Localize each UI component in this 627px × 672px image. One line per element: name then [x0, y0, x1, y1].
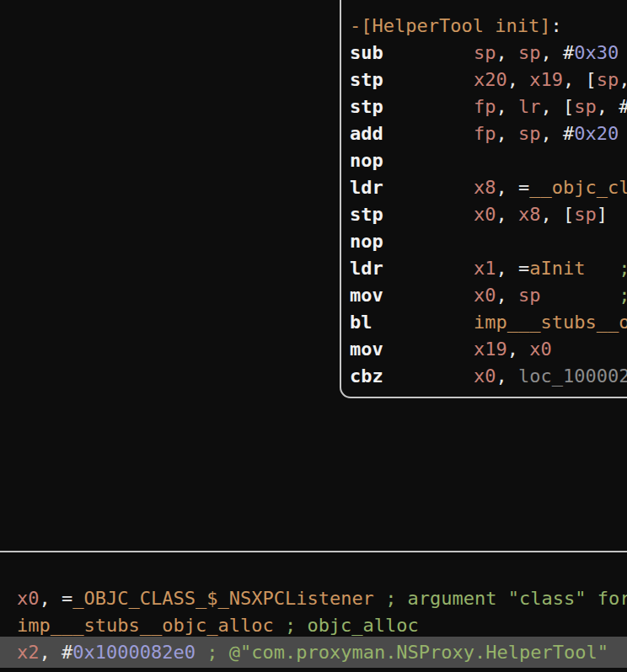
asm-line[interactable]: cbzx0, loc_100002: [350, 363, 627, 390]
token-reg: sp: [574, 204, 597, 225]
asm-line[interactable]: nop: [350, 147, 627, 174]
token-reg: x19: [529, 69, 563, 90]
token-pun: [: [563, 96, 574, 117]
token-reg: fp: [474, 123, 496, 144]
procedure-block-lines: -[HelperTool init]:subsp, sp, #0x30stpx2…: [350, 13, 627, 390]
asm-line[interactable]: movx0, sp ;: [350, 282, 627, 309]
mnemonic: stp: [350, 93, 474, 120]
token-sym: imp___stubs__objc_alloc: [17, 615, 274, 636]
token-reg: x20: [474, 69, 507, 90]
token-pun: ,: [496, 42, 519, 63]
mnemonic: stp: [350, 67, 474, 93]
token-reg: x0: [529, 339, 552, 360]
token-pun: :: [550, 15, 561, 36]
asm-line[interactable]: stpx20, x19, [sp,: [350, 67, 627, 93]
token-pun: ,: [496, 204, 519, 225]
procedure-block: -[HelperTool init]:subsp, sp, #0x30stpx2…: [340, 0, 627, 398]
token-reg: x0: [17, 588, 40, 609]
token-reg: x19: [474, 339, 507, 360]
token-pun: ,: [541, 42, 564, 63]
token-pun: #: [619, 96, 627, 117]
token-reg: sp: [518, 285, 541, 306]
token-pun: [274, 615, 285, 636]
token-cmt: ; @"com.proxyman.NSProxy.HelperTool": [206, 642, 608, 663]
token-sym: aInit: [529, 258, 585, 279]
mnemonic: ldr: [350, 255, 474, 282]
token-pun: ,: [541, 123, 564, 144]
mnemonic: nop: [350, 147, 474, 174]
asm-line[interactable]: stpfp, lr, [sp, #: [350, 93, 627, 120]
token-pun: [: [563, 204, 574, 225]
token-pun: =: [518, 258, 529, 279]
token-cmt: ;: [619, 258, 627, 279]
mnemonic: mov: [350, 336, 474, 363]
token-pun: [374, 588, 385, 609]
disassembly-view: { "colors": { "background": "#0d0d0d", "…: [0, 0, 627, 672]
token-pun: #: [62, 642, 72, 663]
asm-line[interactable]: nop: [350, 228, 627, 255]
asm-line[interactable]: stpx0, x8, [sp]: [350, 201, 627, 228]
token-reg: lr: [518, 96, 541, 117]
mnemonic: bl: [350, 309, 474, 336]
token-reg: sp: [597, 69, 619, 90]
token-reg: sp: [518, 42, 541, 63]
token-pun: ,: [40, 588, 62, 609]
token-sym: __objc_cl: [529, 177, 627, 198]
pane-divider[interactable]: [0, 551, 627, 552]
token-imm: 0x1000082e0: [72, 642, 196, 663]
mnemonic: sub: [350, 40, 474, 67]
asm-line[interactable]: ldrx1, =aInit ;: [350, 255, 627, 282]
token-pun: ,: [496, 365, 519, 387]
token-pun: ,: [496, 285, 519, 306]
mnemonic: stp: [350, 201, 474, 228]
token-pun: [541, 285, 619, 306]
token-pun: [585, 258, 619, 279]
token-reg: sp: [518, 123, 541, 144]
token-reg: x0: [474, 365, 496, 387]
token-reg: x8: [474, 177, 496, 198]
token-pun: ,: [496, 96, 519, 117]
token-reg: x0: [474, 204, 496, 225]
token-pun: ,: [496, 123, 519, 144]
token-sym: _OBJC_CLASS_$_NSXPCListener: [72, 588, 374, 609]
token-pun: ,: [597, 96, 619, 117]
asm-line[interactable]: addfp, sp, #0x20: [350, 120, 627, 147]
token-pun: ,: [496, 177, 519, 198]
token-pun: =: [62, 588, 72, 609]
token-reg: sp: [474, 42, 496, 63]
token-reg: x8: [518, 204, 541, 225]
token-imm: 0x20: [574, 123, 619, 144]
procedure-header[interactable]: -[HelperTool init]:: [350, 13, 627, 40]
token-pun: [: [586, 69, 597, 90]
token-sym: -[HelperTool init]: [350, 15, 550, 36]
token-pun: [196, 642, 206, 663]
asm-line[interactable]: imp___stubs__objc_alloc ; objc_alloc: [0, 612, 627, 639]
token-reg: sp: [574, 96, 597, 117]
token-sym: imp___stubs__o: [474, 312, 627, 333]
asm-line[interactable]: subsp, sp, #0x30: [350, 40, 627, 67]
token-pun: #: [563, 123, 574, 144]
token-loc: loc_100002: [518, 365, 627, 387]
token-pun: ,: [507, 69, 530, 90]
token-reg: x2: [17, 642, 40, 663]
mnemonic: cbz: [350, 363, 474, 390]
selected-asm-line[interactable]: x2, #0x1000082e0 ; @"com.proxyman.NSProx…: [0, 637, 627, 668]
token-pun: ,: [541, 96, 564, 117]
token-pun: ,: [40, 642, 62, 663]
token-pun: ]: [597, 204, 608, 225]
asm-line[interactable]: x0, =_OBJC_CLASS_$_NSXPCListener ; argum…: [0, 585, 627, 612]
token-pun: ,: [507, 339, 530, 360]
mnemonic: mov: [350, 282, 474, 309]
token-reg: fp: [474, 96, 496, 117]
token-imm: 0x30: [574, 42, 619, 63]
token-reg: x0: [474, 285, 496, 306]
token-pun: #: [563, 42, 574, 63]
asm-line[interactable]: ldrx8, =__objc_cl: [350, 174, 627, 201]
token-pun: ,: [496, 258, 519, 279]
token-cmt: ;: [619, 285, 627, 306]
token-reg: x1: [474, 258, 496, 279]
token-pun: ,: [563, 69, 586, 90]
asm-line[interactable]: blimp___stubs__o: [350, 309, 627, 336]
asm-line[interactable]: movx19, x0: [350, 336, 627, 363]
token-pun: ,: [619, 69, 627, 90]
